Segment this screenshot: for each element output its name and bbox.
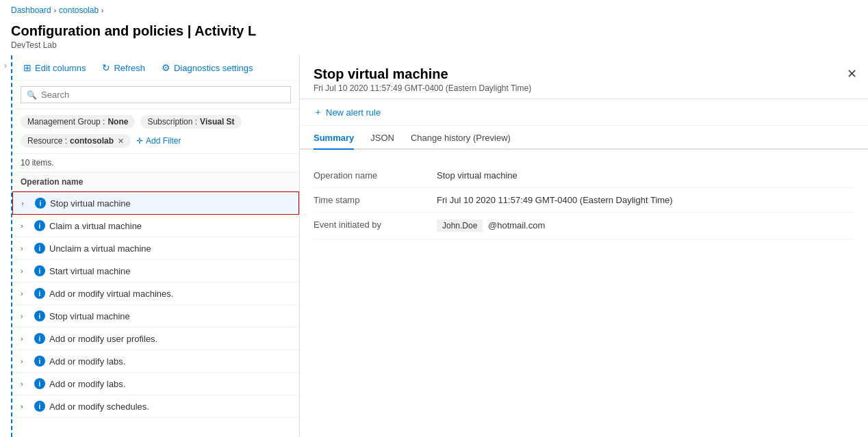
- plus-icon-alert: ＋: [314, 106, 322, 118]
- expand-icon: ›: [21, 244, 30, 252]
- tab-change-history-(preview)[interactable]: Change history (Preview): [411, 126, 511, 150]
- info-icon: i: [34, 378, 45, 389]
- page-subtitle: DevTest Lab: [11, 40, 857, 50]
- search-icon: 🔍: [27, 90, 37, 100]
- list-item[interactable]: ›iStart virtual machine: [12, 260, 299, 282]
- list-item[interactable]: ›iStop virtual machine: [12, 305, 299, 328]
- breadcrumb-dashboard[interactable]: Dashboard: [11, 5, 51, 15]
- list-item[interactable]: ›iAdd or modify virtual machines.: [12, 282, 299, 305]
- left-sidebar: ›: [0, 55, 12, 437]
- table-header: Operation name: [12, 172, 299, 191]
- filter-bar: Management Group : None Subscription : V…: [12, 109, 299, 154]
- filter-management-group: Management Group : None: [21, 115, 135, 129]
- items-count: 10 items.: [12, 154, 299, 172]
- expand-icon: ›: [21, 222, 30, 230]
- detail-value-operation: Stop virtual machine: [437, 170, 854, 181]
- tab-json[interactable]: JSON: [370, 126, 394, 150]
- item-label: Unclaim a virtual machine: [49, 243, 151, 254]
- detail-label-event-initiated: Event initiated by: [314, 220, 437, 230]
- toolbar: ⊞ Edit columns ↻ Refresh ⚙ Diagnostics s…: [12, 55, 299, 81]
- chevron-icon-2: ›: [101, 7, 103, 14]
- filter-subscription: Subscription : Visual St: [140, 115, 241, 129]
- item-label: Start virtual machine: [49, 266, 131, 276]
- diagnostics-icon: ⚙: [162, 62, 170, 73]
- plus-icon: ✛: [136, 136, 143, 146]
- info-icon: i: [34, 243, 45, 254]
- remove-resource-filter[interactable]: ✕: [118, 137, 124, 146]
- detail-row-operation-name: Operation name Stop virtual machine: [314, 163, 854, 188]
- list-item[interactable]: ›iUnclaim a virtual machine: [12, 237, 299, 260]
- filter-resource: Resource : contosolab ✕: [21, 134, 131, 148]
- refresh-button[interactable]: ↻ Refresh: [99, 61, 148, 75]
- detail-value-event-initiated: John.Doe @hotmail.com: [437, 220, 854, 232]
- item-label: Add or modify virtual machines.: [49, 289, 173, 299]
- detail-label-operation: Operation name: [314, 170, 437, 181]
- page-header: Configuration and policies | Activity L …: [0, 21, 868, 55]
- add-filter-button[interactable]: ✛ Add Filter: [136, 136, 181, 146]
- info-icon: i: [34, 310, 45, 321]
- right-panel: Stop virtual machine Fri Jul 10 2020 11:…: [300, 55, 868, 437]
- info-icon: i: [34, 288, 45, 299]
- search-bar: 🔍: [12, 81, 299, 109]
- list-item[interactable]: ›iAdd or modify labs.: [12, 350, 299, 373]
- item-label: Stop virtual machine: [50, 198, 131, 209]
- side-panel-title: Stop virtual machine: [314, 66, 854, 82]
- info-icon: i: [34, 265, 45, 276]
- tabs: SummaryJSONChange history (Preview): [300, 126, 868, 150]
- list-item[interactable]: ›iAdd or modify labs.: [12, 373, 299, 395]
- diagnostics-button[interactable]: ⚙ Diagnostics settings: [159, 61, 256, 75]
- detail-row-timestamp: Time stamp Fri Jul 10 2020 11:57:49 GMT-…: [314, 188, 854, 213]
- expand-icon: ›: [21, 357, 30, 365]
- edit-columns-button[interactable]: ⊞ Edit columns: [21, 61, 88, 75]
- close-button[interactable]: ✕: [847, 66, 857, 81]
- page-title: Configuration and policies | Activity L: [11, 23, 857, 39]
- detail-row-event-initiated: Event initiated by John.Doe @hotmail.com: [314, 213, 854, 239]
- detail-label-timestamp: Time stamp: [314, 195, 437, 205]
- info-icon: i: [35, 198, 46, 209]
- columns-icon: ⊞: [23, 62, 31, 73]
- expand-icon: ›: [21, 312, 30, 320]
- info-icon: i: [34, 401, 45, 412]
- side-panel-header: Stop virtual machine Fri Jul 10 2020 11:…: [300, 55, 868, 99]
- detail-value-timestamp: Fri Jul 10 2020 11:57:49 GMT-0400 (Easte…: [437, 195, 854, 205]
- expand-icon: ›: [21, 267, 30, 275]
- list-item[interactable]: ›iClaim a virtual machine: [12, 215, 299, 237]
- tab-summary[interactable]: Summary: [314, 126, 354, 150]
- expand-icon: ›: [21, 402, 30, 410]
- user-email-domain: @hotmail.com: [488, 220, 545, 230]
- breadcrumb: Dashboard › contosolab ›: [0, 0, 868, 21]
- item-label: Add or modify user profiles.: [49, 334, 157, 344]
- list-item[interactable]: ›iStop virtual machine: [12, 191, 299, 215]
- item-label: Claim a virtual machine: [49, 221, 142, 231]
- item-label: Stop virtual machine: [49, 311, 130, 321]
- item-label: Add or modify schedules.: [49, 401, 149, 412]
- list-area: ›iStop virtual machine›iClaim a virtual …: [12, 191, 299, 437]
- item-label: Add or modify labs.: [49, 356, 125, 367]
- expand-icon: ›: [21, 199, 31, 207]
- expand-icon: ›: [21, 289, 30, 297]
- info-icon: i: [34, 356, 45, 367]
- left-panel: ⊞ Edit columns ↻ Refresh ⚙ Diagnostics s…: [12, 55, 300, 437]
- sidebar-collapse-arrow[interactable]: ›: [4, 61, 7, 70]
- refresh-icon: ↻: [102, 62, 110, 73]
- list-item[interactable]: ›iAdd or modify schedules.: [12, 395, 299, 418]
- chevron-icon-1: ›: [54, 7, 56, 14]
- new-alert-bar: ＋ New alert rule: [300, 99, 868, 126]
- main-container: › ⊞ Edit columns ↻ Refresh ⚙ Diagnostics…: [0, 55, 868, 437]
- new-alert-rule-button[interactable]: ＋ New alert rule: [314, 106, 381, 118]
- info-icon: i: [34, 333, 45, 344]
- breadcrumb-contosolab[interactable]: contosolab: [59, 5, 99, 15]
- info-icon: i: [34, 220, 45, 231]
- expand-icon: ›: [21, 380, 30, 388]
- search-input[interactable]: [41, 90, 285, 100]
- list-item[interactable]: ›iAdd or modify user profiles.: [12, 328, 299, 350]
- side-panel-subtitle: Fri Jul 10 2020 11:57:49 GMT-0400 (Easte…: [314, 83, 854, 93]
- user-name-badge: John.Doe: [437, 220, 483, 232]
- detail-area: Operation name Stop virtual machine Time…: [300, 150, 868, 253]
- item-label: Add or modify labs.: [49, 379, 125, 389]
- column-header-operation-name: Operation name: [21, 177, 83, 187]
- expand-icon: ›: [21, 334, 30, 343]
- search-input-wrap: 🔍: [21, 86, 291, 103]
